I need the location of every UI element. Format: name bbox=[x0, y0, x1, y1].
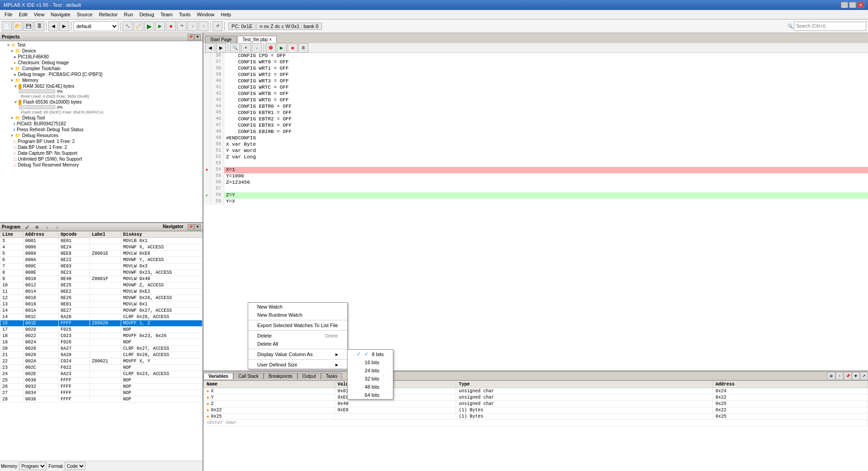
menu-run[interactable]: Run bbox=[121, 11, 136, 18]
new-btn[interactable]: 📄 bbox=[2, 21, 12, 31]
line-content[interactable] bbox=[224, 161, 868, 167]
stop-btn[interactable]: ■ bbox=[166, 21, 176, 31]
line-content[interactable] bbox=[224, 186, 868, 192]
table-row[interactable]: 1300180E01MOVLW 0x1 bbox=[0, 301, 203, 308]
line-content[interactable]: CONFIG WRTD = OFF bbox=[224, 97, 868, 104]
tab-breakpoints[interactable]: Breakpoints bbox=[264, 373, 297, 379]
tree-item-refresh[interactable]: ℹ Press Refresh Debug Tool Status bbox=[1, 127, 202, 133]
menu-view[interactable]: View bbox=[31, 11, 47, 18]
back-btn[interactable]: ◀ bbox=[48, 21, 58, 31]
sub-24bits[interactable]: 24 bits bbox=[348, 366, 393, 375]
ed-run-btn[interactable]: ▶ bbox=[277, 43, 287, 53]
context-menu[interactable]: New Watch New Runtime Watch Export Selec… bbox=[248, 302, 348, 369]
tree-item-compiler[interactable]: ▼ 📁 Compiler Toolchain bbox=[1, 66, 202, 71]
table-row[interactable]: 250030FFFFNOP bbox=[0, 377, 203, 384]
program-table[interactable]: Line Address Opcode Label DisAssy 300016… bbox=[0, 231, 203, 461]
tab-callstack[interactable]: Call Stack bbox=[233, 373, 264, 379]
menu-tools[interactable]: Tools bbox=[176, 11, 193, 18]
table-row[interactable]: 500080EE8Z0001EMOVLW 0xE8 bbox=[0, 251, 203, 257]
prog-pin-icon[interactable]: 📌 bbox=[188, 224, 194, 230]
var-col-name[interactable]: Name bbox=[204, 381, 335, 388]
table-row[interactable]: 300016E01MOVLB 0x1 bbox=[0, 238, 203, 244]
prog-menu-icon[interactable]: ▼ bbox=[194, 224, 201, 230]
ed-forward-btn[interactable]: ▶ bbox=[216, 43, 226, 53]
line-content[interactable]: Y var Word bbox=[224, 148, 868, 154]
var-icon-2[interactable]: ↑ bbox=[835, 372, 844, 380]
close-btn[interactable]: ✕ bbox=[857, 2, 864, 8]
list-item[interactable]: ◆X0x01unsigned char0x24 bbox=[204, 388, 868, 395]
tree-item-flash[interactable]: ▼ █ Flash 65536 (0x10000) bytes bbox=[1, 99, 202, 105]
line-content[interactable]: CONFIG EBTR1 = OFF bbox=[224, 110, 868, 116]
menu-edit[interactable]: Edit bbox=[16, 11, 30, 18]
list-item[interactable]: ◆Z0x40unsigned char0x25 bbox=[204, 401, 868, 407]
table-row[interactable]: 24002E6A23CLRF 0x23, ACCESS bbox=[0, 371, 203, 377]
table-row[interactable]: 280036FFFFNOP bbox=[0, 396, 203, 403]
tree-item-debugtool[interactable]: ▼ 📁 Debug Tool bbox=[1, 115, 202, 121]
search-input[interactable] bbox=[794, 22, 866, 31]
ed-zoomin-btn[interactable]: + bbox=[241, 43, 251, 53]
line-content[interactable]: CONFIG WRTB = OFF bbox=[224, 91, 868, 97]
sub-32bits[interactable]: 32 bits bbox=[348, 375, 393, 383]
menu-window[interactable]: Window bbox=[194, 11, 217, 18]
tab-variables[interactable]: Variables bbox=[203, 373, 233, 379]
clean-btn[interactable]: 🧹 bbox=[133, 21, 143, 31]
debug-btn[interactable]: ▶ bbox=[155, 21, 165, 31]
open-btn[interactable]: 📂 bbox=[13, 21, 23, 31]
submenu-display[interactable]: ✓8 bits 16 bits 24 bits 32 bits 48 bits … bbox=[347, 349, 393, 400]
variables-content[interactable]: Name Value Type Address ◆X0x01unsigned c… bbox=[203, 381, 868, 471]
tab-tasks[interactable]: Tasks bbox=[321, 373, 343, 379]
prog-down-icon[interactable]: ↓ bbox=[44, 224, 50, 230]
save-btn[interactable]: 💾 bbox=[24, 21, 33, 31]
menu-help[interactable]: Help bbox=[218, 11, 234, 18]
var-col-type[interactable]: Type bbox=[456, 381, 713, 388]
table-row[interactable]: 260032FFFFNOP bbox=[0, 384, 203, 390]
tab-output[interactable]: Output bbox=[297, 373, 321, 379]
line-content[interactable]: CONFIG WRT2 = OFF bbox=[224, 72, 868, 78]
sub-16bits[interactable]: 16 bits bbox=[348, 358, 393, 366]
ed-pause-btn[interactable]: ⏸ bbox=[298, 43, 308, 53]
save-all-btn[interactable]: 🗄 bbox=[34, 21, 44, 31]
table-row[interactable]: 2000266A27CLRF 0x27, ACCESS bbox=[0, 346, 203, 352]
line-content[interactable]: #ENDCONFIG bbox=[224, 135, 868, 142]
line-content[interactable]: CONFIG EBTR3 = OFF bbox=[224, 123, 868, 129]
ed-back-btn[interactable]: ◀ bbox=[205, 43, 215, 53]
line-content[interactable]: CONFIG WRT0 = OFF bbox=[224, 59, 868, 66]
ctx-delete-all[interactable]: Delete All bbox=[248, 340, 347, 348]
table-row[interactable]: 2100286A28CLRF 0x28, ACCESS bbox=[0, 352, 203, 358]
table-row[interactable]: 23002CF022NOP bbox=[0, 365, 203, 371]
table-row[interactable]: 7000C0E03MOVLW 0x3 bbox=[0, 263, 203, 270]
tree-item-ram[interactable]: ▼ █ RAM 3662 (0xE4E) bytes bbox=[1, 83, 202, 89]
table-row[interactable]: 270034FFFFNOP bbox=[0, 390, 203, 396]
step-into-btn[interactable]: ↓ bbox=[188, 21, 198, 31]
run-btn[interactable]: ▶ bbox=[144, 21, 154, 31]
new-watch-input[interactable]: <Enter new> bbox=[204, 420, 868, 426]
sub-8bits[interactable]: ✓8 bits bbox=[348, 350, 393, 358]
prog-target-icon[interactable]: ⊕ bbox=[34, 224, 40, 230]
table-row[interactable]: 22002AC024Z00021MOVFF X, Y bbox=[0, 358, 203, 365]
line-content[interactable]: Y=X bbox=[224, 199, 868, 205]
var-icon-1[interactable]: ⊕ bbox=[827, 372, 835, 380]
new-watch-row[interactable]: <Enter new> bbox=[204, 420, 868, 426]
var-col-addr[interactable]: Address bbox=[712, 381, 868, 388]
line-content[interactable]: CONFIG EBTR2 = OFF bbox=[224, 116, 868, 123]
tree-item-test[interactable]: ▼ ⚙ Test bbox=[1, 42, 202, 48]
table-row[interactable]: 400066E24MOVWF X, ACCESS bbox=[0, 244, 203, 251]
menu-source[interactable]: Source bbox=[74, 11, 95, 18]
projects-pin-icon[interactable]: 📌 bbox=[188, 34, 194, 40]
table-row[interactable]: 8000E6E23MOVWF 0x23, ACCESS bbox=[0, 270, 203, 276]
ed-stop-btn[interactable]: ■ bbox=[288, 43, 297, 53]
list-item[interactable]: ◆Y0xE8unsigned char0x22 bbox=[204, 395, 868, 401]
tree-item-device[interactable]: ▼ 📁 Device bbox=[1, 48, 202, 54]
tree-item-pic[interactable]: ● PIC18LF46K80 bbox=[1, 54, 202, 60]
list-item[interactable]: ◆0x220xE8(1) Bytes0x22 bbox=[204, 407, 868, 414]
line-content[interactable]: CONFIG CPD = OFF bbox=[224, 53, 868, 59]
projects-menu-icon[interactable]: ▼ bbox=[194, 34, 201, 40]
table-row[interactable]: 1200166E26MOVWF 0x26, ACCESS bbox=[0, 295, 203, 301]
list-item[interactable]: ◆0x25(1) Bytes0x25 bbox=[204, 414, 868, 420]
var-pin-icon[interactable]: 📌 bbox=[844, 372, 852, 380]
menu-navigate[interactable]: Navigate bbox=[48, 11, 73, 18]
tree-item-pickit[interactable]: ℹ PICkit3: BUR094275182 bbox=[1, 121, 202, 127]
step-out-btn[interactable]: ↑ bbox=[198, 21, 208, 31]
maximize-btn[interactable]: □ bbox=[849, 2, 856, 8]
step-over-btn[interactable]: ↷ bbox=[177, 21, 187, 31]
